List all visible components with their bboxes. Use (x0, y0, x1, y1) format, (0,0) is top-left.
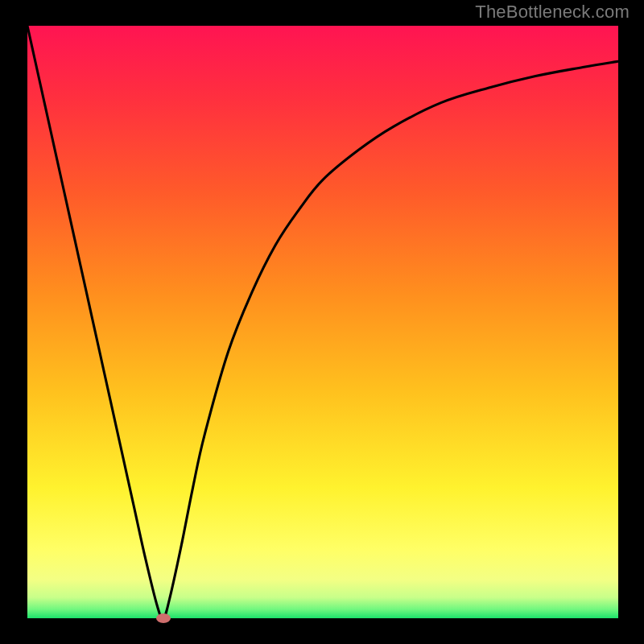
plot-area (27, 26, 618, 618)
curve-layer (27, 26, 618, 618)
bottleneck-curve (27, 26, 618, 618)
watermark-text: TheBottleneck.com (475, 2, 630, 23)
optimum-marker (156, 613, 171, 623)
chart-frame: TheBottleneck.com (0, 0, 644, 644)
